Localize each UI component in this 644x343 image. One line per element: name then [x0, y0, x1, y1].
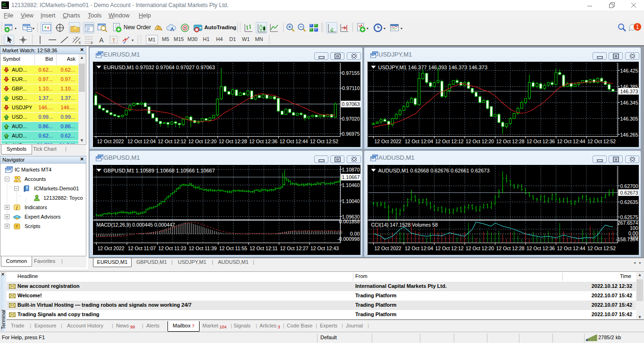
svg-text:12 Oct 11:39: 12 Oct 11:39 [189, 245, 217, 251]
svg-text:0.97020: 0.97020 [342, 116, 360, 122]
svg-text:12 Oct 12:11: 12 Oct 12:11 [250, 245, 278, 251]
svg-text:12 Oct 12:28: 12 Oct 12:28 [496, 139, 525, 144]
svg-text:12 Oct 2022: 12 Oct 2022 [97, 139, 124, 144]
svg-text:12 Oct 12:36: 12 Oct 12:36 [249, 139, 277, 144]
svg-text:12 Oct 12:43: 12 Oct 12:43 [310, 245, 339, 251]
svg-text:F: F [91, 41, 93, 45]
svg-text:12 Oct 12:28: 12 Oct 12:28 [496, 245, 525, 251]
svg-text:146.373: 146.373 [620, 89, 638, 94]
svg-text:USDJPY,M1 146.377 146.393 146: USDJPY,M1 146.377 146.393 146.373 146.37… [378, 65, 488, 70]
svg-text:12 Oct 12:28: 12 Oct 12:28 [219, 139, 247, 144]
svg-text:1.10667: 1.10667 [342, 174, 360, 180]
svg-text:12 Oct 12:36: 12 Oct 12:36 [527, 245, 555, 251]
svg-text:0.001858: 0.001858 [339, 219, 360, 224]
svg-text:146.425: 146.425 [620, 68, 638, 74]
svg-text:12 Oct 12:52: 12 Oct 12:52 [587, 245, 616, 251]
svg-text:MACD(12,26,9) 0.000445 0.00044: MACD(12,26,9) 0.000445 0.000447 [97, 222, 176, 228]
svg-text:0.96975: 0.96975 [342, 131, 360, 137]
svg-text:A: A [99, 36, 104, 44]
svg-text:T: T [112, 38, 116, 43]
svg-text:EURUSD,M1 0.97032 0.97064 0.9: EURUSD,M1 0.97032 0.97064 0.97027 0.9706… [104, 65, 215, 70]
svg-text:0.62700: 0.62700 [620, 183, 638, 189]
svg-text:12 Oct 12:04: 12 Oct 12:04 [405, 139, 433, 144]
svg-text:0.62575: 0.62575 [620, 214, 638, 220]
svg-text:12 Oct 12:12: 12 Oct 12:12 [435, 139, 464, 144]
svg-text:146.345: 146.345 [620, 100, 638, 106]
svg-text:12 Oct 12:20: 12 Oct 12:20 [466, 245, 494, 251]
svg-text:0.97155: 0.97155 [342, 70, 360, 76]
svg-text:12 Oct 12:20: 12 Oct 12:20 [466, 139, 494, 144]
svg-text:12 Oct 2022: 12 Oct 2022 [98, 245, 125, 251]
svg-text:12 Oct 12:20: 12 Oct 12:20 [188, 139, 217, 144]
svg-text:12 Oct 12:52: 12 Oct 12:52 [310, 139, 338, 144]
svg-text:AUDUSD,M1 0.62668 0.62676 0.6: AUDUSD,M1 0.62668 0.62676 0.62661 0.6267… [378, 168, 490, 173]
svg-text:12 Oct 12:04: 12 Oct 12:04 [127, 139, 156, 144]
svg-text:-0.000998: -0.000998 [337, 236, 360, 242]
svg-text:12 Oct 12:04: 12 Oct 12:04 [405, 245, 433, 251]
svg-text:1.10870: 1.10870 [342, 167, 360, 172]
svg-text:12 Oct 12:12: 12 Oct 12:12 [158, 139, 186, 144]
svg-text:-158.7364: -158.7364 [616, 237, 638, 242]
svg-text:12 Oct 12:44: 12 Oct 12:44 [557, 139, 585, 144]
svg-text:12 Oct 12:44: 12 Oct 12:44 [280, 139, 308, 144]
svg-text:1.10460: 1.10460 [342, 182, 360, 188]
svg-text:12 Oct 12:44: 12 Oct 12:44 [557, 245, 585, 251]
svg-text:12 Oct 12:52: 12 Oct 12:52 [587, 139, 616, 144]
svg-text:0.62673: 0.62673 [620, 190, 638, 196]
svg-text:0.97063: 0.97063 [342, 101, 360, 107]
svg-text:12 Oct 11:55: 12 Oct 11:55 [219, 245, 248, 251]
svg-text:12 Oct 2022: 12 Oct 2022 [375, 139, 401, 144]
svg-text:12 Oct 12:12: 12 Oct 12:12 [435, 245, 464, 251]
svg-text:0.97110: 0.97110 [342, 85, 360, 91]
svg-text:1: 1 [636, 24, 639, 30]
svg-text:E: E [79, 41, 81, 44]
svg-text:146.265: 146.265 [620, 132, 638, 138]
svg-text:12 Oct 12:36: 12 Oct 12:36 [527, 139, 555, 144]
svg-text:12 Oct 12:27: 12 Oct 12:27 [280, 245, 309, 251]
svg-text:1.10040: 1.10040 [342, 198, 360, 204]
svg-text:12 Oct 11:07: 12 Oct 11:07 [128, 245, 156, 251]
svg-text:GBPUSD,M1 1.10589 1.10668 1.1: GBPUSD,M1 1.10589 1.10668 1.10566 1.1066… [104, 168, 215, 173]
svg-text:146.305: 146.305 [620, 116, 638, 122]
svg-text:0.62635: 0.62635 [620, 199, 638, 205]
svg-text:12 Oct 11:23: 12 Oct 11:23 [159, 245, 187, 251]
svg-text:CCI(14) 147.1528 Volumes 58: CCI(14) 147.1528 Volumes 58 [371, 222, 438, 228]
svg-text:12 Oct 2022: 12 Oct 2022 [375, 245, 401, 251]
